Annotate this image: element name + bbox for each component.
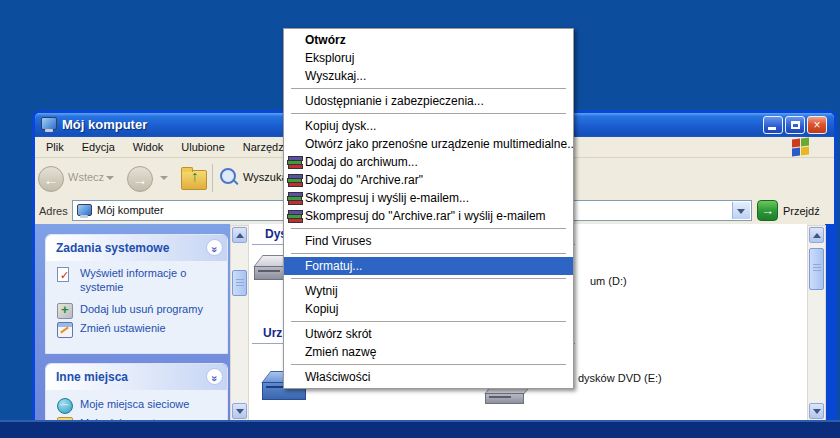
menu-separator — [291, 364, 566, 365]
menu-widok[interactable]: Widok — [124, 137, 173, 157]
menu-separator — [291, 253, 566, 254]
minimize-button[interactable] — [763, 116, 783, 134]
forward-dropdown-icon[interactable] — [160, 176, 168, 180]
menu-separator — [291, 113, 566, 114]
up-folder-button[interactable]: ↑ — [181, 170, 207, 190]
panel-title: Zadania systemowe — [56, 235, 169, 261]
panel-title: Inne miejsca — [56, 364, 128, 390]
winrar-icon — [287, 156, 301, 168]
up-arrow-icon: ↑ — [191, 167, 199, 184]
system-tasks-panel: Zadania systemowe » Wyświetl informacje … — [45, 234, 228, 354]
collapse-chevron-button[interactable]: » — [206, 239, 223, 256]
scrollbar-thumb[interactable] — [809, 248, 824, 290]
menu-edycja[interactable]: Edycja — [73, 137, 124, 157]
context-menu-item-skompresuj-do-archive-email[interactable]: Skompresuj do "Archive.rar" i wyślij e-m… — [284, 207, 573, 225]
system-tasks-header[interactable]: Zadania systemowe » — [46, 235, 227, 261]
other-places-header[interactable]: Inne miejsca » — [46, 364, 227, 390]
my-computer-icon — [77, 204, 92, 217]
winrar-icon — [287, 210, 301, 222]
network-places-icon — [57, 398, 73, 414]
context-menu-item-eksploruj[interactable]: Eksploruj — [284, 49, 573, 67]
task-change-setting[interactable]: Zmień ustawienie — [57, 321, 220, 335]
back-button[interactable]: ← — [38, 166, 64, 192]
scroll-down-button[interactable] — [232, 403, 247, 419]
minimize-icon — [768, 127, 776, 130]
winrar-icon — [287, 174, 301, 186]
winrar-icon — [287, 192, 301, 204]
collapse-chevron-button[interactable]: » — [206, 368, 223, 385]
menu-plik[interactable]: Plik — [37, 137, 73, 157]
context-menu-item-dodaj-do-archiwum[interactable]: Dodaj do archiwum... — [284, 153, 573, 171]
maximize-button[interactable] — [785, 116, 805, 134]
context-menu-item-wyszukaj[interactable]: Wyszukaj... — [284, 67, 573, 85]
menu-ulubione[interactable]: Ulubione — [172, 137, 233, 157]
context-menu-item-formatuj[interactable]: Formatuj... — [284, 257, 573, 275]
menu-separator — [291, 88, 566, 89]
removable-storage-group-header: Urz — [263, 326, 282, 340]
window-title: Mój komputer — [62, 113, 147, 137]
menu-separator — [291, 228, 566, 229]
system-tasks-body: Wyświetl informacje o systemie Dodaj lub… — [46, 261, 227, 353]
go-button[interactable]: → — [757, 200, 778, 221]
context-menu-item-dodaj-do-archive-rar[interactable]: Dodaj do "Archive.rar" — [284, 171, 573, 189]
my-computer-icon — [41, 117, 57, 132]
context-menu-item-kopiuj[interactable]: Kopiuj — [284, 300, 573, 318]
task-view-system-info[interactable]: Wyświetl informacje o systemie — [57, 266, 220, 294]
back-label: Wstecz — [68, 171, 104, 183]
scrollbar-thumb[interactable] — [232, 270, 247, 296]
scroll-up-button[interactable] — [232, 227, 247, 243]
context-menu-item-otworz-jako-przenosne[interactable]: Otwórz jako przenośne urządzenie multime… — [284, 135, 573, 153]
change-setting-icon — [57, 322, 73, 338]
desktop: Mój komputer × Plik Edycja Widok Ulubion… — [0, 0, 840, 438]
address-label: Adres — [39, 205, 68, 217]
context-menu-item-zmien-nazwe[interactable]: Zmień nazwę — [284, 343, 573, 361]
drive-d-label[interactable]: um (D:) — [590, 275, 627, 287]
address-dropdown-button[interactable] — [732, 202, 750, 219]
task-add-remove-programs[interactable]: Dodaj lub usuń programy — [57, 302, 220, 316]
windows-logo-icon — [792, 138, 810, 156]
context-menu: Otwórz Eksploruj Wyszukaj... Udostępnian… — [283, 28, 574, 389]
add-remove-programs-icon — [57, 303, 73, 319]
system-info-icon — [57, 267, 69, 282]
context-menu-item-skompresuj-email[interactable]: Skompresuj i wyślij e-mailem... — [284, 189, 573, 207]
scroll-up-button[interactable] — [809, 227, 824, 243]
close-button[interactable]: × — [807, 116, 827, 134]
context-menu-item-kopiuj-dysk[interactable]: Kopiuj dysk... — [284, 117, 573, 135]
address-value: Mój komputer — [97, 201, 164, 220]
scroll-down-button[interactable] — [809, 403, 824, 419]
context-menu-item-wytnij[interactable]: Wytnij — [284, 282, 573, 300]
right-scrollbar[interactable] — [807, 225, 826, 421]
search-label[interactable]: Wyszuka — [243, 171, 288, 183]
search-icon[interactable] — [220, 168, 236, 184]
context-menu-item-find-viruses[interactable]: Find Viruses — [284, 232, 573, 250]
menu-separator — [291, 278, 566, 279]
window-right-border — [825, 224, 834, 438]
toolbar-separator — [212, 164, 213, 192]
left-scrollbar[interactable] — [230, 225, 249, 421]
go-label[interactable]: Przejdź — [783, 205, 820, 217]
bottom-strip — [0, 420, 840, 438]
back-dropdown-icon[interactable] — [106, 176, 114, 180]
forward-button[interactable]: → — [127, 166, 153, 192]
context-menu-item-wlasciwosci[interactable]: Właściwości — [284, 368, 573, 386]
context-menu-item-utworz-skrot[interactable]: Utwórz skrót — [284, 325, 573, 343]
context-menu-item-udostepnianie[interactable]: Udostępnianie i zabezpieczenia... — [284, 92, 573, 110]
context-menu-item-otworz[interactable]: Otwórz — [284, 31, 573, 49]
menu-separator — [291, 321, 566, 322]
drive-e-label[interactable]: dysków DVD (E:) — [578, 372, 662, 384]
maximize-icon — [791, 121, 800, 129]
link-network-places[interactable]: Moje miejsca sieciowe — [57, 397, 220, 411]
